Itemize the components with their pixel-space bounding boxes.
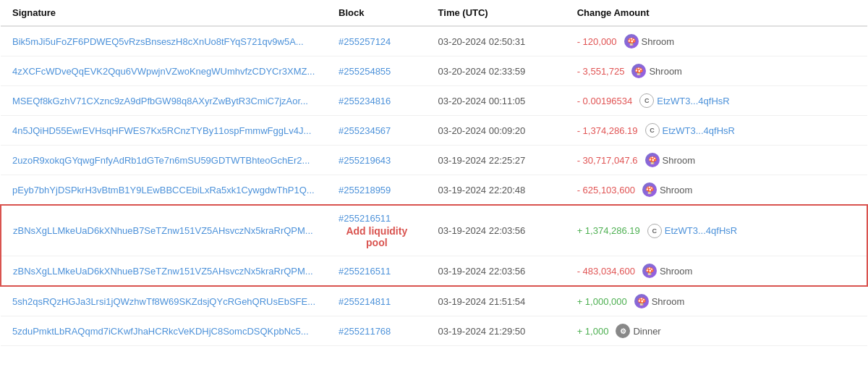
change-cell: - 120,000 🍄 Shroom (566, 26, 867, 56)
token-name: Shroom (663, 155, 696, 166)
signature-link[interactable]: pEyb7bhYjDSPkrH3vBtmB1Y9LEwBBCCEbiLxRa5x… (12, 185, 315, 195)
time-cell: 03-19-2024 21:29:50 (427, 316, 566, 346)
token-name: Shroom (642, 36, 675, 47)
time-text: 03-20-2024 02:33:59 (438, 66, 526, 77)
change-amount: - 483,034,600 (577, 266, 635, 277)
table-row: 2uzoR9xokqGYqwgFnfyAdRb1dGTe7n6mSU59GDTW… (1, 146, 867, 175)
signature-link[interactable]: 2uzoR9xokqGYqwgFnfyAdRb1dGTe7n6mSU59GDTW… (12, 155, 310, 166)
time-text: 03-19-2024 22:20:48 (438, 185, 526, 195)
transaction-table: Signature Block Time (UTC) Change Amount… (0, 0, 868, 346)
table-row: pEyb7bhYjDSPkrH3vBtmB1Y9LEwBBCCEbiLxRa5x… (1, 175, 867, 206)
token-badge: 🍄 Shroom (624, 34, 675, 49)
block-link[interactable]: #255214811 (339, 296, 391, 307)
block-link[interactable]: #255234567 (339, 125, 391, 136)
token-name-link[interactable]: EtzWT3...4qfHsR (665, 225, 737, 236)
transaction-table-container: Signature Block Time (UTC) Change Amount… (0, 0, 868, 346)
change-amount: + 1,000,000 (577, 296, 627, 307)
token-badge: 🍄 Shroom (642, 264, 693, 278)
add-liquidity-label: Add liquidity pool (339, 225, 415, 248)
token-name-link[interactable]: EtzWT3...4qfHsR (663, 125, 735, 136)
token-badge: C EtzWT3...4qfHsR (645, 123, 735, 138)
token-name: Dinner (633, 326, 660, 337)
shroom-icon: 🍄 (642, 264, 657, 278)
token-name: Shroom (652, 296, 685, 307)
time-text: 03-19-2024 22:03:56 (438, 266, 526, 277)
token-name: Shroom (660, 266, 693, 277)
block-cell: #255254855 (327, 56, 427, 86)
change-amount: - 1,374,286.19 (577, 125, 638, 136)
block-link[interactable]: #255219643 (339, 155, 391, 166)
token-badge: C EtzWT3...4qfHsR (647, 224, 737, 238)
block-cell: #255214811 (327, 286, 427, 316)
signature-cell: zBNsXgLLMkeUaD6kXNhueB7SeTZnw151VZ5AHsvc… (1, 205, 327, 256)
signature-cell: Bik5mJi5uFoZF6PDWEQ5vRzsBnseszH8cXnUo8tF… (1, 26, 327, 56)
table-row: 5zduPmktLbRAQqmd7iCKwfJhaHCRkcVeKDHjC8So… (1, 316, 867, 346)
time-cell: 03-20-2024 02:50:31 (427, 26, 566, 56)
block-link[interactable]: #255234816 (339, 96, 391, 106)
signature-link[interactable]: 5zduPmktLbRAQqmd7iCKwfJhaHCRkcVeKDHjC8So… (12, 326, 309, 337)
shroom-icon: 🍄 (645, 153, 660, 167)
block-cell: #255216511 Add liquidity pool (327, 205, 427, 256)
block-link[interactable]: #255254855 (339, 66, 391, 77)
token-badge: 🍄 Shroom (642, 182, 693, 197)
change-cell: - 483,034,600 🍄 Shroom (566, 256, 867, 287)
signature-cell: 5sh2qsRQzHGJa3Lrsi1jQWzhwTf8W69SKZdsjQYc… (1, 286, 327, 316)
block-cell: #255257124 (327, 26, 427, 56)
shroom-icon: 🍄 (624, 34, 639, 49)
time-cell: 03-19-2024 21:51:54 (427, 286, 566, 316)
change-amount: + 1,000 (577, 326, 609, 337)
change-cell: + 1,000 ⚙ Dinner (566, 316, 867, 346)
change-amount: - 120,000 (577, 36, 617, 47)
change-cell: - 30,717,047.6 🍄 Shroom (566, 146, 867, 175)
time-text: 03-20-2024 02:50:31 (438, 36, 526, 47)
signature-link[interactable]: Bik5mJi5uFoZF6PDWEQ5vRzsBnseszH8cXnUo8tF… (12, 36, 304, 47)
signature-link[interactable]: MSEQf8kGzhV71CXznc9zA9dPfbGW98q8AXyrZwBy… (12, 96, 308, 106)
block-link[interactable]: #255216511 (339, 213, 391, 224)
time-text: 03-19-2024 21:51:54 (438, 296, 526, 307)
header-signature: Signature (1, 0, 327, 26)
block-link[interactable]: #255218959 (339, 185, 391, 195)
shroom-icon: 🍄 (631, 64, 646, 78)
etz-icon: C (645, 123, 660, 138)
signature-cell: 4zXCFcWDveQqEVK2Qqu6VWpwjnVZwoKnegWUmhvf… (1, 56, 327, 86)
signature-link[interactable]: zBNsXgLLMkeUaD6kXNhueB7SeTZnw151VZ5AHsvc… (13, 266, 313, 277)
dinner-icon: ⚙ (616, 324, 630, 338)
signature-cell: pEyb7bhYjDSPkrH3vBtmB1Y9LEwBBCCEbiLxRa5x… (1, 175, 327, 206)
token-badge: ⚙ Dinner (616, 324, 660, 338)
block-link[interactable]: #255257124 (339, 36, 391, 47)
signature-link[interactable]: 4n5JQiHD55EwrEVHsqHFWES7Kx5RCnzTYBy11osp… (12, 125, 311, 136)
block-cell: #255211768 (327, 316, 427, 346)
signature-cell: 5zduPmktLbRAQqmd7iCKwfJhaHCRkcVeKDHjC8So… (1, 316, 327, 346)
time-cell: 03-19-2024 22:03:56 (427, 205, 566, 256)
table-row: Bik5mJi5uFoZF6PDWEQ5vRzsBnseszH8cXnUo8tF… (1, 26, 867, 56)
shroom-icon: 🍄 (642, 182, 657, 197)
change-amount: - 3,551,725 (577, 66, 625, 77)
token-badge: C EtzWT3...4qfHsR (639, 93, 729, 108)
change-cell: - 1,374,286.19 C EtzWT3...4qfHsR (566, 116, 867, 146)
table-row: 4n5JQiHD55EwrEVHsqHFWES7Kx5RCnzTYBy11osp… (1, 116, 867, 146)
header-block: Block (327, 0, 427, 26)
signature-link[interactable]: zBNsXgLLMkeUaD6kXNhueB7SeTZnw151VZ5AHsvc… (13, 225, 313, 236)
token-name: Shroom (649, 66, 682, 77)
time-text: 03-19-2024 22:03:56 (438, 225, 526, 236)
table-header-row: Signature Block Time (UTC) Change Amount (1, 0, 867, 26)
signature-cell: MSEQf8kGzhV71CXznc9zA9dPfbGW98q8AXyrZwBy… (1, 86, 327, 116)
change-amount: + 1,374,286.19 (577, 225, 640, 236)
time-cell: 03-20-2024 02:33:59 (427, 56, 566, 86)
time-cell: 03-19-2024 22:03:56 (427, 256, 566, 287)
block-link[interactable]: #255216511 (339, 266, 391, 277)
token-name-link[interactable]: EtzWT3...4qfHsR (657, 96, 729, 106)
table-row: 5sh2qsRQzHGJa3Lrsi1jQWzhwTf8W69SKZdsjQYc… (1, 286, 867, 316)
block-cell: #255234567 (327, 116, 427, 146)
signature-link[interactable]: 4zXCFcWDveQqEVK2Qqu6VWpwjnVZwoKnegWUmhvf… (12, 66, 315, 77)
change-cell: - 625,103,600 🍄 Shroom (566, 175, 867, 206)
time-cell: 03-19-2024 22:20:48 (427, 175, 566, 206)
block-link[interactable]: #255211768 (339, 326, 391, 337)
table-row: MSEQf8kGzhV71CXznc9zA9dPfbGW98q8AXyrZwBy… (1, 86, 867, 116)
signature-link[interactable]: 5sh2qsRQzHGJa3Lrsi1jQWzhwTf8W69SKZdsjQYc… (12, 296, 315, 307)
time-text: 03-20-2024 00:11:05 (438, 96, 526, 106)
time-text: 03-19-2024 21:29:50 (438, 326, 526, 337)
header-time: Time (UTC) (427, 0, 566, 26)
block-cell: #255216511 (327, 256, 427, 287)
token-badge: 🍄 Shroom (645, 153, 696, 167)
